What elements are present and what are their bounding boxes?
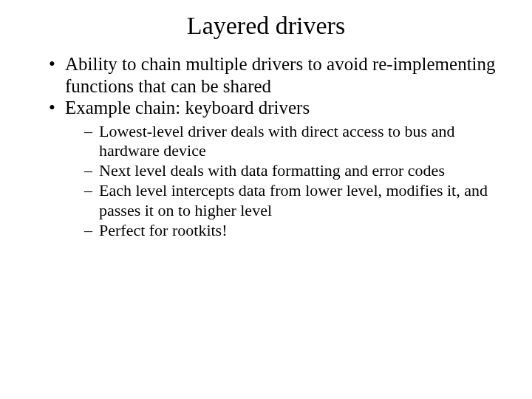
bullet-text: Ability to chain multiple drivers to avo… (65, 54, 496, 96)
bullet-text: Next level deals with data formatting an… (99, 161, 445, 180)
bullet-text: Each level intercepts data from lower le… (99, 181, 488, 219)
bullet-text: Lowest-level driver deals with direct ac… (99, 122, 454, 160)
slide: Layered drivers Ability to chain multipl… (0, 0, 532, 399)
list-item: Example chain: keyboard drivers Lowest-l… (49, 97, 497, 240)
list-item: Lowest-level driver deals with direct ac… (84, 122, 497, 162)
list-item: Ability to chain multiple drivers to avo… (49, 53, 497, 97)
sub-bullet-list: Lowest-level driver deals with direct ac… (84, 122, 497, 241)
list-item: Each level intercepts data from lower le… (84, 181, 497, 221)
list-item: Next level deals with data formatting an… (84, 161, 497, 181)
list-item: Perfect for rootkits! (84, 221, 497, 241)
bullet-text: Example chain: keyboard drivers (65, 98, 310, 117)
bullet-text: Perfect for rootkits! (99, 221, 228, 239)
bullet-list: Ability to chain multiple drivers to avo… (49, 53, 497, 240)
slide-title: Layered drivers (35, 12, 497, 40)
